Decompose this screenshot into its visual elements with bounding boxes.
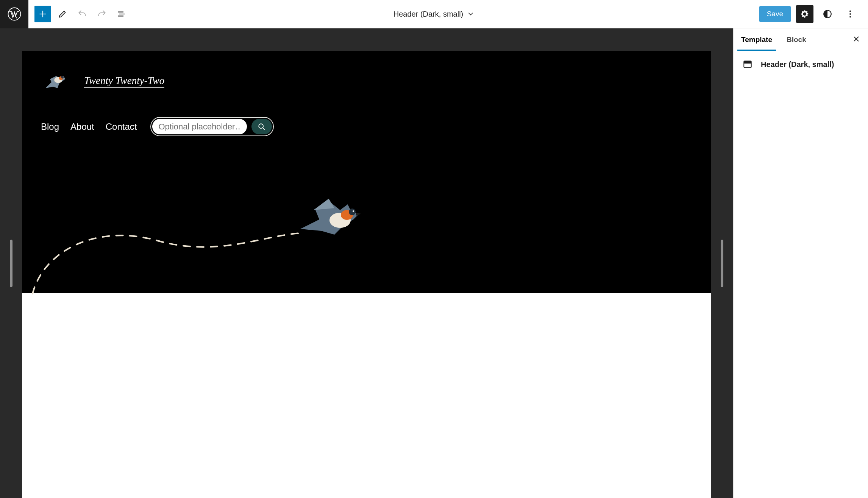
svg-point-12 (353, 210, 354, 212)
navigation-row: Blog About Contact (41, 117, 692, 136)
gear-icon (800, 9, 810, 19)
flight-trail-graphic (29, 220, 305, 296)
site-title-link[interactable]: Twenty Twenty-Two (84, 75, 164, 88)
redo-icon (97, 9, 107, 19)
bird-icon (41, 70, 71, 94)
close-icon (852, 35, 860, 43)
undo-button[interactable] (74, 6, 91, 22)
site-logo-bird[interactable] (41, 70, 71, 93)
svg-rect-14 (744, 61, 751, 64)
search-submit-button[interactable] (251, 119, 272, 134)
edit-tool-button[interactable] (54, 6, 71, 22)
site-brand: Twenty Twenty-Two (41, 70, 692, 93)
wordpress-logo-button[interactable] (0, 0, 28, 28)
list-view-icon (117, 9, 126, 19)
search-input[interactable] (152, 119, 247, 134)
nav-link-contact[interactable]: Contact (106, 121, 137, 132)
chevron-down-icon (467, 10, 475, 18)
settings-sidebar: Template Block Header (Dark, small) (733, 28, 868, 498)
more-options-button[interactable] (841, 5, 859, 23)
editor-canvas: Twenty Twenty-Two Blog About Contact (0, 28, 733, 498)
svg-point-4 (849, 16, 851, 18)
template-name-row[interactable]: Header (Dark, small) (734, 51, 868, 78)
wordpress-icon (8, 7, 21, 21)
list-view-button[interactable] (113, 6, 130, 22)
toolbar-right-group: Save (759, 5, 868, 23)
sidebar-tabs: Template Block (734, 28, 868, 51)
search-block[interactable] (150, 117, 274, 136)
redo-button[interactable] (94, 6, 110, 22)
nav-link-blog[interactable]: Blog (41, 121, 59, 132)
plus-icon (38, 9, 48, 19)
styles-icon (823, 9, 832, 19)
search-icon (258, 123, 266, 131)
resize-handle-right[interactable] (721, 240, 723, 287)
document-title-dropdown[interactable]: Header (Dark, small) (393, 10, 475, 19)
template-name-label: Header (Dark, small) (761, 60, 834, 69)
block-inserter-button[interactable] (34, 6, 51, 22)
nav-link-about[interactable]: About (70, 121, 94, 132)
settings-toggle-button[interactable] (796, 5, 813, 23)
svg-point-11 (349, 209, 356, 215)
hero-bird-graphic (298, 193, 363, 246)
svg-point-3 (849, 13, 851, 15)
editor-toolbar: Header (Dark, small) Save (0, 0, 868, 28)
undo-icon (77, 9, 87, 19)
document-title: Header (Dark, small) (393, 10, 463, 19)
save-button[interactable]: Save (759, 6, 791, 22)
svg-point-7 (61, 76, 64, 78)
tab-block[interactable]: Block (787, 28, 806, 51)
styles-toggle-button[interactable] (819, 5, 836, 23)
template-preview[interactable]: Twenty Twenty-Two Blog About Contact (22, 51, 711, 498)
kebab-icon (845, 9, 855, 19)
tab-template[interactable]: Template (741, 28, 772, 51)
close-sidebar-button[interactable] (852, 35, 860, 44)
header-block[interactable]: Twenty Twenty-Two Blog About Contact (22, 51, 711, 293)
pencil-icon (58, 9, 67, 19)
toolbar-left-group (28, 6, 136, 22)
svg-point-0 (8, 8, 20, 20)
template-part-icon (743, 59, 752, 69)
svg-point-2 (849, 10, 851, 12)
resize-handle-left[interactable] (10, 240, 12, 287)
